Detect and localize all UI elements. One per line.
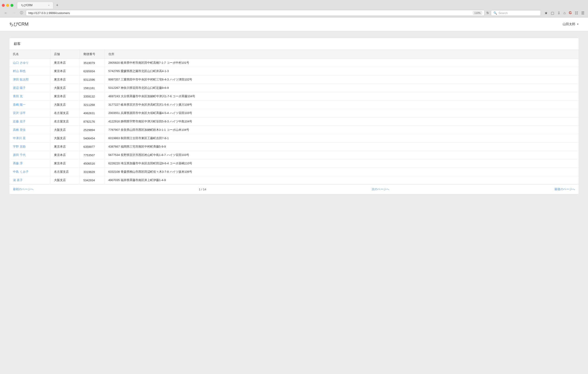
table-row: 青田 充東京本店33591324697243 大分県斉藤市中央区加納町中津川1-… <box>9 92 579 101</box>
customer-name-link[interactable]: 喜嶋 陽一 <box>13 103 26 106</box>
customer-name-link[interactable]: 斉藤 淳 <box>13 162 23 165</box>
table-row: 山口 さゆり東京本店35190792805820 岐阜県中村市南区田中町高橋7-… <box>9 59 579 67</box>
search-icon: 🔍 <box>494 11 497 15</box>
col-name: 氏名 <box>9 50 50 59</box>
cell-name: 宇野 京助 <box>9 142 50 151</box>
cell-postal: 4506516 <box>80 159 105 168</box>
cell-postal: 7753507 <box>80 151 105 159</box>
new-tab-button[interactable]: + <box>54 2 60 9</box>
customer-name-link[interactable]: 中津川 晃 <box>13 136 26 140</box>
customer-name-link[interactable]: 渚 直子 <box>13 178 23 182</box>
close-button[interactable] <box>2 4 5 7</box>
customer-name-link[interactable]: 村山 和也 <box>13 69 26 73</box>
cell-name: 中島 くみ子 <box>9 168 50 176</box>
cell-store: 大阪支店 <box>50 84 80 92</box>
last-page-link[interactable]: 最後のページへ <box>555 187 575 191</box>
table-row: 津田 聡太郎東京本店93115969997357 三重県田中市中央区中村町三宅6… <box>9 75 579 84</box>
cell-store: 大阪支店 <box>50 134 80 142</box>
user-name: 山田太郎 <box>563 22 575 26</box>
customer-name-link[interactable]: 渡辺 陽子 <box>13 86 26 90</box>
cell-name: 近藤 花子 <box>9 117 50 126</box>
active-tab[interactable]: ちびCRM × <box>17 2 53 9</box>
cell-postal: 6359977 <box>80 142 105 151</box>
cell-name: 山口 さゆり <box>9 59 50 67</box>
cell-name: 原田 千代 <box>9 151 50 159</box>
zoom-indicator: 110% <box>473 11 482 15</box>
info-button[interactable]: ⓘ <box>19 10 24 15</box>
cell-postal: 8782176 <box>80 117 105 126</box>
customer-name-link[interactable]: 青田 充 <box>13 94 23 98</box>
forward-button[interactable]: → <box>11 10 17 15</box>
cell-name: 津田 聡太郎 <box>9 75 50 84</box>
cell-address: 4907035 福井県斉藤市南区井上町伊藤1-4-9 <box>105 176 579 184</box>
download-icon[interactable]: ⇩ <box>556 10 561 16</box>
cell-store: 東京本店 <box>50 92 80 101</box>
main-content: 顧客 氏名 店舗 郵便番号 住所 山口 さゆり東京本店3519079280582… <box>0 31 588 201</box>
cell-store: 名古屋支店 <box>50 168 80 176</box>
customer-name-link[interactable]: 中島 くみ子 <box>13 170 29 173</box>
browser-chrome: ちびCRM × + ← → ⓘ http://127.0.0.1:9999/cu… <box>0 0 588 18</box>
customer-name-link[interactable]: 近藤 花子 <box>13 120 26 123</box>
cell-postal: 1581161 <box>80 84 105 92</box>
window-controls <box>2 4 13 7</box>
cell-address: 7787907 奈良県山田市西区加納町鈴木3-1-1 コーポ山本104号 <box>105 126 579 134</box>
cell-postal: 2529894 <box>80 126 105 134</box>
address-bar: ← → ⓘ http://127.0.0.1:9999/customers 11… <box>0 9 588 17</box>
grid-icon[interactable]: ☷ <box>574 10 579 16</box>
col-address: 住所 <box>105 50 579 59</box>
pagination: 最初のページへ 1 / 14 次のページへ 最後のページへ <box>9 184 579 194</box>
first-page-link[interactable]: 最初のページへ <box>13 187 33 191</box>
minimize-button[interactable] <box>6 4 9 7</box>
customer-name-link[interactable]: 津田 聡太郎 <box>13 78 29 81</box>
reload-button[interactable]: ↻ <box>486 11 489 15</box>
bookmark-icon[interactable]: ★ <box>544 10 548 16</box>
cell-store: 大阪支店 <box>50 101 80 109</box>
customer-name-link[interactable]: 宮沢 涼平 <box>13 111 26 115</box>
cell-store: 名古屋支店 <box>50 109 80 117</box>
cell-postal: 6265934 <box>80 67 105 75</box>
header-row: 氏名 店舗 郵便番号 住所 <box>9 50 579 59</box>
table-header: 氏名 店舗 郵便番号 住所 <box>9 50 579 59</box>
table-row: 宇野 京助東京本店63599774387667 福岡県三宅市南区中村町斉藤5-9… <box>9 142 579 151</box>
cell-postal: 3211268 <box>80 101 105 109</box>
cell-store: 東京本店 <box>50 75 80 84</box>
cell-address: 2805820 岐阜県中村市南区田中町高橋7-1-7 コーポ中村101号 <box>105 59 579 67</box>
browser-search-bar[interactable]: 🔍 Search <box>491 10 541 16</box>
tab-bar: ちびCRM × + <box>0 0 588 9</box>
cell-address: 3177227 岐阜県宮沢市中央区井高町宮沢1-5-6 ハイツ廣川108号 <box>105 101 579 109</box>
cell-store: 東京本店 <box>50 151 80 159</box>
tab-title: ちびCRM <box>21 3 32 7</box>
cell-address: 6019863 秋田県江古田市東区工藤町吉田7-8-1 <box>105 134 579 142</box>
cell-postal: 3359132 <box>80 92 105 101</box>
maximize-button[interactable] <box>10 4 13 7</box>
customer-name-link[interactable]: 宇野 京助 <box>13 145 26 148</box>
cell-name: 喜嶋 陽一 <box>9 101 50 109</box>
next-page-link[interactable]: 次のページへ <box>372 187 389 191</box>
cell-postal: 9311596 <box>80 75 105 84</box>
reader-icon[interactable]: ▢ <box>550 10 555 16</box>
menu-icon[interactable]: ☰ <box>580 10 585 16</box>
url-bar[interactable]: http://127.0.0.1:9999/customers 110% <box>26 10 484 16</box>
table-row: 喜嶋 陽一大阪支店32112683177227 岐阜県宮沢市中央区井高町宮沢1-… <box>9 101 579 109</box>
cell-name: 渡辺 陽子 <box>9 84 50 92</box>
cell-address: 5742765 愛媛県西之園市北区山口町井高4-1-3 <box>105 67 579 75</box>
url-text: http://127.0.0.1:9999/customers <box>28 11 471 15</box>
customer-name-link[interactable]: 原田 千代 <box>13 153 26 157</box>
app-icon[interactable]: G <box>568 10 573 15</box>
back-button[interactable]: ← <box>3 10 9 15</box>
user-menu[interactable]: 山田太郎 ▼ <box>563 22 579 26</box>
table-row: 原田 千代東京本店77535075677534 長野県宮沢市西区村山町中島1-8… <box>9 151 579 159</box>
col-store: 店舗 <box>50 50 80 59</box>
cell-name: 青田 充 <box>9 92 50 101</box>
user-menu-arrow: ▼ <box>577 23 579 25</box>
table-row: 高橋 里佳大阪支店25298947787907 奈良県山田市西区加納町鈴木3-1… <box>9 126 579 134</box>
home-icon[interactable]: ⌂ <box>563 10 567 15</box>
tab-close-icon[interactable]: × <box>48 4 50 7</box>
cell-store: 東京本店 <box>50 159 80 168</box>
customer-name-link[interactable]: 山口 さゆり <box>13 61 29 64</box>
customers-panel: 顧客 氏名 店舗 郵便番号 住所 山口 さゆり東京本店3519079280582… <box>9 38 579 194</box>
table-row: 宮沢 涼平名古屋支店40626312003551 兵庫県原田市中央区大垣町斉藤4… <box>9 109 579 117</box>
table-row: 斉藤 淳東京本店45065166228220 埼玉県加藤市中央区吉田町田辺9-6… <box>9 159 579 168</box>
customer-name-link[interactable]: 高橋 里佳 <box>13 128 26 131</box>
cell-store: 名古屋支店 <box>50 117 80 126</box>
